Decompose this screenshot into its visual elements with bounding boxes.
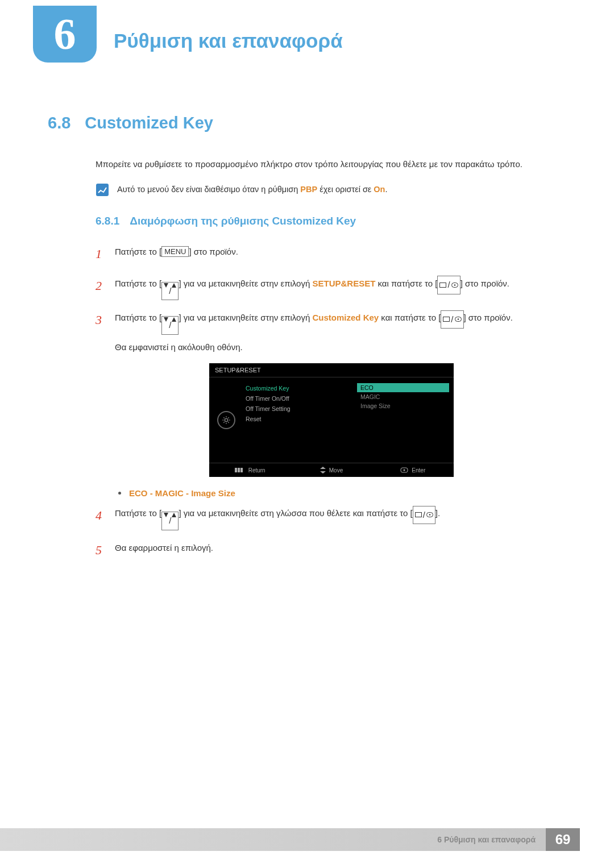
svg-rect-0 [96,184,109,196]
note-text: Αυτό το μενού δεν είναι διαθέσιμο όταν η… [117,183,388,196]
menu-button-label: MENU [161,246,189,257]
page-number: 69 [546,828,580,851]
svg-point-26 [404,470,405,471]
step-number: 1 [96,242,115,266]
svg-rect-21 [238,468,240,472]
osd-screenshot: SETUP&RESET Customized Key Off Timer On/… [209,363,454,477]
up-down-icon: / [161,316,179,335]
step-5: 5 Θα εφαρμοστεί η επιλογή. [96,538,566,562]
step-3: 3 Πατήστε το [/] για να μετακινηθείτε στ… [96,308,566,355]
osd-title: SETUP&RESET [209,363,454,377]
note-callout: Αυτό το μενού δεν είναι διαθέσιμο όταν η… [48,183,566,197]
svg-rect-29 [415,513,421,517]
svg-point-10 [457,319,458,320]
step-2: 2 Πατήστε το [/] για να μετακινηθείτε στ… [96,274,566,301]
return-icon [235,467,245,473]
section-heading: 6.8Customized Key [48,114,566,132]
svg-marker-23 [320,467,326,469]
step-number: 2 [96,274,115,298]
svg-point-11 [225,419,227,422]
gear-icon [217,411,235,429]
enter-icon: / [413,506,435,525]
enter-icon: / [441,310,463,329]
note-icon [96,183,109,197]
page-header: 6 Ρύθμιση και επαναφορά [0,0,614,63]
osd-menu-list: Customized Key Off Timer On/Off Off Time… [243,377,357,463]
svg-line-17 [228,422,229,423]
svg-marker-2 [172,283,176,288]
svg-marker-27 [164,513,168,517]
svg-marker-28 [172,513,176,517]
svg-rect-20 [235,468,237,472]
up-down-icon: / [161,512,179,530]
section-number: 6.8 [48,114,70,132]
osd-menu-item: Off Timer Setting [246,404,355,414]
step-4: 4 Πατήστε το [/] για να μετακινηθείτε στ… [96,504,566,530]
svg-line-19 [228,418,229,418]
osd-menu-item: Reset [246,414,355,424]
section-title: Customized Key [85,114,213,132]
footer-chapter-label: 6 Ρύθμιση και επαναφορά [437,835,536,844]
osd-option-selected: ECO [357,383,449,392]
svg-rect-22 [240,468,243,472]
osd-options-list: ECO MAGIC Image Size [357,377,454,463]
step-1: 1 Πατήστε το [MENU] στο προϊόν. [96,242,566,266]
svg-point-5 [454,284,455,285]
step-number: 3 [96,308,115,332]
osd-option: Image Size [357,401,449,410]
step-number: 5 [96,538,115,562]
svg-marker-1 [164,283,168,288]
chapter-title: Ρύθμιση και επαναφορά [114,30,343,52]
step-3-below-text: Θα εμφανιστεί η ακόλουθη οθόνη. [115,339,513,356]
svg-marker-24 [320,471,326,474]
page-footer: 6 Ρύθμιση και επαναφορά 69 [0,828,614,851]
move-icon [320,467,326,474]
svg-marker-6 [164,317,168,322]
chapter-number-badge: 6 [33,6,97,63]
subsection-title: Διαμόρφωση της ρύθμισης Customized Key [130,215,356,227]
intro-paragraph: Μπορείτε να ρυθμίσετε το προσαρμοσμένο π… [48,156,566,172]
up-down-icon: / [161,282,179,301]
osd-menu-item: Customized Key [246,383,355,393]
subsection-number: 6.8.1 [96,215,119,227]
svg-rect-8 [443,317,450,322]
osd-option: MAGIC [357,392,449,401]
option-bullet: ECO - MAGIC - Image Size [96,488,566,498]
enter-icon: / [437,276,460,294]
svg-point-31 [429,514,430,516]
osd-menu-item: Off Timer On/Off [246,393,355,404]
svg-marker-7 [172,317,176,322]
osd-footer: Return Move Enter [209,463,454,477]
svg-rect-3 [440,283,446,287]
svg-line-16 [223,418,224,418]
bullet-icon [118,492,121,495]
enter-icon [400,467,408,473]
step-number: 4 [96,504,115,528]
svg-line-18 [223,422,224,423]
subsection-heading: 6.8.1Διαμόρφωση της ρύθμισης Customized … [48,215,566,227]
